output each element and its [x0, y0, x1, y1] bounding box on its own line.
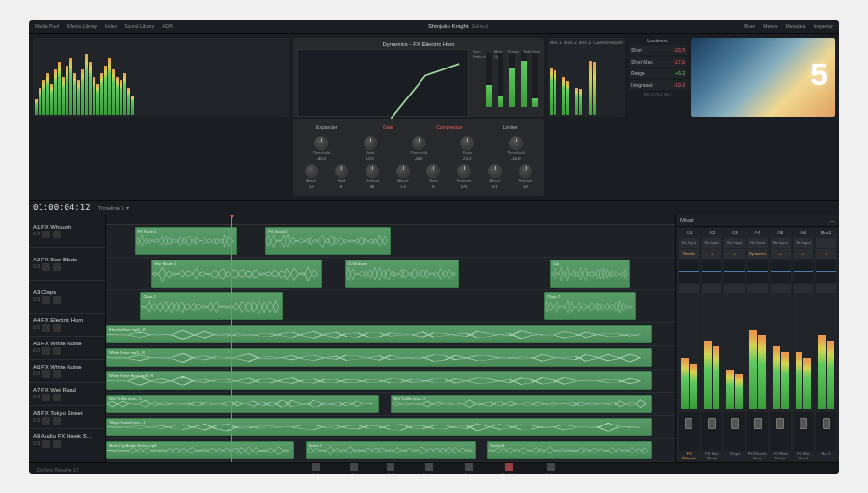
page-deliver[interactable]: Deliver — [545, 463, 556, 474]
page-media[interactable]: Media — [311, 463, 321, 474]
audio-clip[interactable]: Star Blade 1 — [151, 260, 322, 288]
ch-dyn[interactable] — [794, 284, 814, 293]
knob-attack[interactable] — [488, 164, 502, 178]
ch-input[interactable]: No Input — [679, 238, 699, 248]
tb-sound-lib[interactable]: Sound Library — [124, 23, 154, 29]
track-header-A6[interactable]: A6 FX White Noise0.0 — [29, 360, 105, 383]
audio-clip[interactable]: Claps 2 — [544, 292, 635, 320]
ch-input[interactable]: No Input — [771, 238, 791, 248]
track-header-A2[interactable]: A2 FX Star Blade0.0 — [29, 248, 105, 281]
ch-eq[interactable] — [794, 260, 814, 283]
ch-input[interactable]: No Input — [724, 238, 745, 248]
mute-btn[interactable] — [42, 296, 50, 304]
ch-input[interactable] — [816, 238, 836, 248]
track-lane-A1[interactable]: FX Swish 1FX Swish 2 — [106, 225, 675, 258]
ch-fx[interactable]: + — [771, 249, 791, 259]
mute-btn[interactable] — [42, 263, 50, 271]
audio-clip[interactable]: Multi-City Audio Series mp3 — [106, 441, 294, 459]
dyn-limiter-tab[interactable]: Limiter — [481, 123, 541, 132]
ch-input[interactable]: No Input — [702, 238, 722, 248]
page-color[interactable]: Color — [464, 463, 474, 474]
ch-dyn[interactable] — [724, 284, 745, 293]
audio-clip[interactable]: FX Swish 2 — [265, 227, 391, 255]
ch-fader[interactable] — [724, 412, 745, 451]
ch-fx[interactable]: Reverb — [679, 249, 699, 259]
ch-fader[interactable] — [794, 412, 814, 451]
tb-mixer[interactable]: Mixer — [744, 23, 755, 29]
track-header-A3[interactable]: A3 Claps0.0 — [29, 281, 105, 314]
ch-fader[interactable] — [679, 412, 699, 451]
ch-eq[interactable] — [747, 260, 768, 283]
dynamics-graph[interactable] — [297, 49, 469, 117]
ch-fader[interactable] — [771, 412, 791, 451]
audio-clip[interactable]: Wet Traffic mov - 1 — [106, 395, 379, 413]
playhead[interactable] — [231, 215, 232, 462]
page-cut[interactable]: Cut — [350, 463, 358, 474]
ch-eq[interactable] — [679, 260, 699, 283]
knob-release[interactable] — [519, 164, 532, 178]
audio-clip[interactable]: FX Swish 1 — [135, 227, 237, 255]
knob-release[interactable] — [457, 164, 471, 178]
knob-threshold[interactable] — [509, 136, 523, 150]
tb-metadata[interactable]: Metadata — [786, 23, 806, 29]
solo-btn[interactable] — [53, 394, 61, 401]
tb-effects[interactable]: Effects Library — [67, 23, 97, 29]
solo-btn[interactable] — [53, 324, 61, 332]
mute-btn[interactable] — [42, 324, 50, 332]
track-header-A8[interactable]: A8 FX Tokyo Street0.0 — [29, 406, 105, 429]
tb-media-pool[interactable]: Media Pool — [35, 23, 59, 29]
ch-fx[interactable]: + — [816, 249, 836, 259]
ch-dyn[interactable] — [816, 284, 836, 293]
dyn-gate-tab[interactable]: Gate — [359, 123, 419, 132]
page-fairlight[interactable]: Fairlight — [502, 463, 516, 474]
tb-index[interactable]: Index — [105, 23, 117, 29]
mute-btn[interactable] — [42, 394, 50, 401]
timeline-dropdown[interactable]: Timeline 1 ▾ — [98, 205, 129, 211]
ch-input[interactable]: No Input — [747, 238, 768, 248]
ch-dyn[interactable] — [679, 284, 699, 293]
page-fusion[interactable]: Fusion — [423, 463, 435, 474]
track-header-A7[interactable]: A7 FX Wet Road0.0 — [29, 383, 105, 406]
mute-btn[interactable] — [42, 231, 50, 238]
timecode-display[interactable]: 01:00:04:12 — [33, 203, 91, 212]
dyn-expander-tab[interactable]: Expander — [297, 123, 357, 132]
ch-eq[interactable] — [724, 260, 745, 283]
mute-btn[interactable] — [42, 417, 50, 425]
knob-ratio[interactable] — [460, 136, 474, 150]
page-edit[interactable]: Edit — [387, 463, 394, 474]
audio-clip[interactable]: Clip — [550, 260, 630, 288]
time-ruler[interactable] — [106, 215, 675, 225]
knob-hold[interactable] — [426, 164, 440, 178]
knob-threshold[interactable] — [314, 136, 328, 150]
mute-btn[interactable] — [42, 347, 50, 355]
mute-btn[interactable] — [42, 370, 50, 378]
ch-fx[interactable]: Dynamics — [747, 249, 768, 259]
mixer-menu-icon[interactable]: ⋯ — [829, 217, 835, 224]
audio-clip[interactable]: Wet Traffic mov - 2 — [391, 395, 652, 413]
solo-btn[interactable] — [53, 347, 61, 355]
audio-clip[interactable]: White Noise mp3 - R — [106, 348, 652, 367]
tracks-content[interactable]: FX Swish 1FX Swish 2Star Blade 1DJ Balca… — [106, 215, 675, 462]
track-lane-A4[interactable]: Electric Hum mp3 - R — [106, 323, 675, 346]
audio-clip[interactable]: Series 2 — [306, 441, 476, 459]
ch-fader[interactable] — [747, 412, 768, 451]
track-lane-A6[interactable]: White Noise Beat mp3 - R — [106, 370, 675, 393]
ch-fader[interactable] — [702, 412, 722, 451]
solo-btn[interactable] — [53, 417, 61, 425]
track-header-A5[interactable]: A5 FX White Noise0.0 — [29, 337, 105, 360]
ch-input[interactable]: No Input — [794, 238, 814, 248]
ch-fx[interactable]: + — [702, 249, 722, 259]
ch-dyn[interactable] — [702, 284, 722, 293]
dyn-compressor-tab[interactable]: Compressor — [420, 123, 479, 132]
track-lane-A8[interactable]: Tokyo Crowd mov - 1 — [106, 416, 675, 439]
track-lane-A2[interactable]: Star Blade 1DJ BalcaenClip — [106, 258, 675, 290]
ch-dyn[interactable] — [747, 284, 768, 293]
knob-ratio[interactable] — [364, 136, 377, 150]
audio-clip[interactable]: Series 3 — [487, 441, 652, 459]
video-preview[interactable]: 5 — [691, 38, 835, 117]
ch-fx[interactable]: + — [794, 249, 814, 259]
track-header-A4[interactable]: A4 FX Electric Hum0.0 — [29, 314, 105, 337]
knob-attack[interactable] — [305, 164, 318, 178]
solo-btn[interactable] — [53, 263, 61, 271]
ch-dyn[interactable] — [771, 284, 791, 293]
